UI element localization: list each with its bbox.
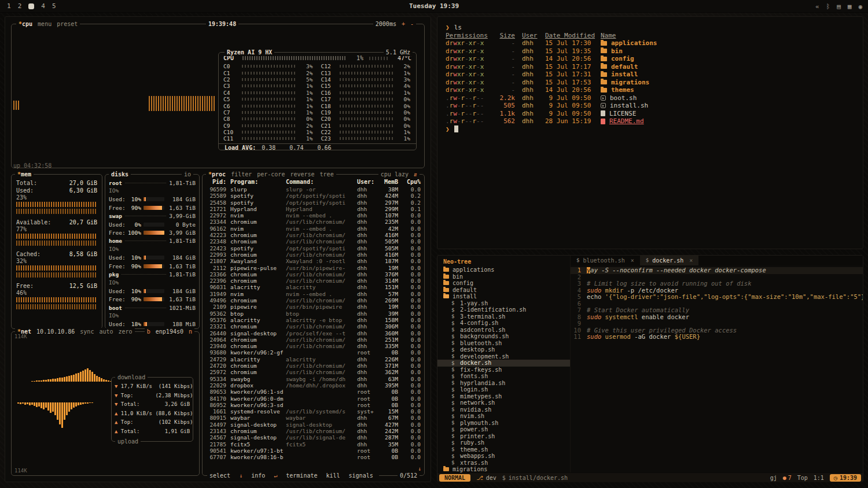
process-row[interactable]: 22972nvimnvim --embed .dhh107M0.0: [206, 212, 421, 219]
net-zero-button[interactable]: zero: [119, 328, 133, 335]
workspace-1[interactable]: 1: [7, 2, 11, 10]
disks-panel-title[interactable]: disks: [111, 171, 128, 178]
tree-item-install[interactable]: install: [437, 293, 570, 300]
process-row[interactable]: 96599slurpslurp -ordhh38M0.0: [206, 186, 421, 193]
process-row[interactable]: 22396chromium/usr/lib/chromium/dhh314M0.…: [206, 278, 421, 284]
tree-item-development.sh[interactable]: $development.sh: [437, 353, 570, 360]
buffer-tab-bluetooth.sh[interactable]: $bluetooth.sh×: [571, 256, 640, 265]
tree-item-desktop.sh[interactable]: $desktop.sh: [437, 346, 570, 353]
tree-item-network.sh[interactable]: $network.sh: [437, 400, 570, 406]
tree-item-fonts.sh[interactable]: $fonts.sh: [437, 373, 570, 380]
proc-footer-item[interactable]: terminate: [286, 472, 317, 479]
net-auto-button[interactable]: auto: [99, 328, 113, 335]
io-toggle[interactable]: io: [184, 171, 191, 178]
tree-item-migrations[interactable]: migrations: [437, 466, 570, 473]
process-row[interactable]: 89653kworker/u96:1-sdroot0B0.0: [206, 389, 421, 395]
cpu-panel-title[interactable]: cpu: [22, 21, 32, 27]
tree-item-mimetypes.sh[interactable]: $mimetypes.sh: [437, 393, 570, 400]
tree-item-webapps.sh[interactable]: $webapps.sh: [437, 453, 570, 460]
tree-item-2-identification.sh[interactable]: $2-identification.sh: [437, 306, 570, 313]
workspace-5[interactable]: 5: [52, 2, 56, 10]
process-row[interactable]: 2112pipewire-pulse/usr/bin/pipewire-dhh1…: [206, 265, 421, 271]
workspace-active[interactable]: [28, 3, 34, 9]
proc-footer-item[interactable]: select: [209, 472, 230, 479]
proc-panel-title[interactable]: proc: [212, 171, 226, 178]
menu-button[interactable]: menu: [38, 20, 52, 28]
process-row[interactable]: 23366chromium/usr/lib/chromium/dhh376M0.…: [206, 271, 421, 278]
interval-plus-button[interactable]: +: [402, 20, 405, 28]
tree-item-power.sh[interactable]: $power.sh: [437, 426, 570, 433]
editor[interactable]: 1yay -S --noconfirm --needed docker dock…: [571, 265, 863, 472]
tree-item-docker.sh[interactable]: $docker.sh: [437, 360, 570, 367]
tree-item-1-yay.sh[interactable]: $1-yay.sh: [437, 300, 570, 307]
sort-mode[interactable]: cpu lazy: [381, 171, 409, 178]
tree-item-applications[interactable]: applications: [437, 267, 570, 273]
process-row[interactable]: 25458spotify/opt/spotify/spotidhh297M0.2: [206, 199, 421, 206]
bluetooth-icon[interactable]: ᛒ: [826, 3, 830, 10]
memory-column-header[interactable]: MemB: [379, 179, 403, 186]
filter-button[interactable]: filter: [231, 171, 252, 178]
process-row[interactable]: 23344chromium/usr/lib/chromium/dhh235M0.…: [206, 219, 421, 225]
process-row[interactable]: 86952kworker/u96:3-sdroot0B0.0: [206, 402, 421, 408]
process-row[interactable]: 67707kworker/u98:16-broot0B0.0: [206, 454, 421, 460]
close-tab-icon[interactable]: ×: [689, 256, 693, 265]
process-row[interactable]: 1661systemd-resolve/usr/lib/systemd/ssys…: [206, 408, 421, 415]
user-column-header[interactable]: User:: [357, 179, 379, 186]
process-row[interactable]: 22423spotify/opt/spotify/spotidhh505M0.0: [206, 245, 421, 252]
process-row[interactable]: 96031alacrittyalacrittydhh151M0.0: [206, 284, 421, 290]
proc-footer-item[interactable]: info: [251, 472, 265, 479]
process-row[interactable]: 95334swaybgswaybg -i /home/dhdhh63M0.0: [206, 376, 421, 382]
process-row[interactable]: 95376alacrittyalacritty -e btopdhh158M0.…: [206, 317, 421, 323]
process-row[interactable]: 23143chromium/usr/lib/chromium/dhh242M0.…: [206, 428, 421, 434]
tree-item-xtras.sh[interactable]: $xtras.sh: [437, 460, 570, 467]
process-row[interactable]: 24729alacrittyalacrittydhh226M0.0: [206, 356, 421, 363]
net-prev-iface-button[interactable]: b: [147, 328, 150, 335]
tree-item-printer.sh[interactable]: $printer.sh: [437, 433, 570, 440]
per-core-button[interactable]: per-core: [257, 171, 285, 178]
process-row[interactable]: 21785fcitx5fcitx5dhh35M0.0: [206, 441, 421, 448]
process-row[interactable]: 23321chromium/usr/lib/chromium/dhh306M0.…: [206, 323, 421, 330]
tray-arrow-icon[interactable]: «: [815, 3, 819, 10]
proc-footer-item[interactable]: signals: [349, 472, 373, 479]
tree-item-login.sh[interactable]: $login.sh: [437, 386, 570, 393]
tree-item-ruby.sh[interactable]: $ruby.sh: [437, 439, 570, 446]
prompt-line[interactable]: ❯: [446, 125, 855, 134]
process-row[interactable]: 24567signal-desktop/usr/lib/signal-dedhh…: [206, 434, 421, 441]
status-dot-icon[interactable]: ◉: [858, 3, 862, 10]
sort-arrows-icon[interactable]: ⇵: [414, 171, 417, 178]
keyboard-icon[interactable]: ▤: [837, 3, 841, 10]
process-row[interactable]: 22029dropbox/home/dhh/.dropboxdhh395M0.0: [206, 382, 421, 389]
tree-item-nvim.sh[interactable]: $nvim.sh: [437, 413, 570, 420]
pid-column-header[interactable]: Pid:: [206, 179, 230, 186]
tree-item-3-terminal.sh[interactable]: $3-terminal.sh: [437, 313, 570, 320]
workspace-2[interactable]: 2: [18, 2, 22, 10]
preset-button[interactable]: preset: [57, 20, 78, 28]
cpu-column-header[interactable]: Cpu%: [403, 179, 421, 186]
tree-item-theme.sh[interactable]: $theme.sh: [437, 446, 570, 453]
process-row[interactable]: 24720chromium/usr/lib/chromium/dhh371M0.…: [206, 363, 421, 369]
process-row[interactable]: 31949nvimnvim --embed .dhh57M0.0: [206, 291, 421, 297]
process-row[interactable]: 95362btopbtopdhh39M0.0: [206, 310, 421, 317]
process-row[interactable]: 42223chromium/usr/lib/chromium/dhh416M0.…: [206, 232, 421, 238]
reverse-button[interactable]: reverse: [290, 171, 314, 178]
process-row[interactable]: 2109pipewire/usr/bin/pipewiredhh19M0.0: [206, 304, 421, 310]
proc-footer-item[interactable]: ↓: [239, 472, 242, 479]
net-next-iface-button[interactable]: n: [189, 328, 192, 335]
process-row[interactable]: 49496chromium/usr/lib/chromium/dhh269M0.…: [206, 297, 421, 304]
tree-button[interactable]: tree: [320, 171, 334, 178]
workspace-4[interactable]: 4: [41, 2, 45, 10]
buffer-tab-docker.sh[interactable]: $docker.sh×: [640, 256, 699, 265]
process-row[interactable]: 24497signal-desktopsignal-desktopdhh427M…: [206, 422, 421, 428]
process-row[interactable]: 90541kworker/u97:1-btroot0B0.0: [206, 448, 421, 454]
terminal-window[interactable]: ❯ ls Permissions Size User Date Modified…: [437, 16, 863, 249]
process-row[interactable]: 23940chromium/usr/lib/chromium/dhh335M0.…: [206, 343, 421, 349]
tree-item-nvidia.sh[interactable]: $nvidia.sh: [437, 406, 570, 413]
tree-item-config[interactable]: config: [437, 280, 570, 287]
process-row[interactable]: 21721HyprlandHyprlanddhh299M0.1: [206, 206, 421, 212]
process-row[interactable]: 84170kworker/u96:0-dmroot0B0.0: [206, 395, 421, 402]
process-row[interactable]: 22993chromium/usr/lib/chromium/dhh416M0.…: [206, 252, 421, 258]
proc-footer-item[interactable]: kill: [326, 472, 340, 479]
process-row[interactable]: 25589spotify/opt/spotify/spotidhh424M0.2: [206, 193, 421, 199]
process-row[interactable]: 80915waybarwaybardhh67M0.0: [206, 415, 421, 421]
mem-panel-title[interactable]: mem: [21, 171, 31, 178]
